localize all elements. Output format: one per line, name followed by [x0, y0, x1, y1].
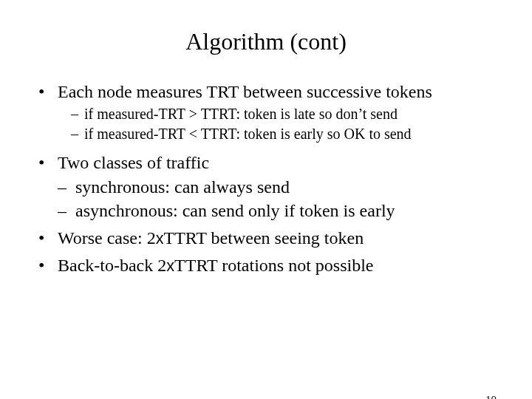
bullet-text: Two classes of traffic — [58, 153, 209, 172]
bullet-text-part: Worse case: 2 — [58, 228, 156, 248]
bullet-text-part: Back-to-back 2 — [58, 256, 166, 275]
sub-text: asynchronous: can send only if token is … — [75, 201, 395, 220]
bullet-item: Back-to-back 2xTTRT rotations not possib… — [38, 254, 502, 277]
page-number: 10 — [485, 394, 497, 399]
sub-text: if measured-TRT < TTRT: token is early s… — [84, 126, 412, 142]
bullet-text: Each node measures TRT between successiv… — [58, 82, 432, 101]
sub-text: synchronous: can always send — [75, 177, 290, 197]
multiply-x: x — [166, 256, 174, 275]
bullet-item: Two classes of traffic synchronous: can … — [38, 151, 502, 222]
sub-item: asynchronous: can send only if token is … — [58, 200, 502, 222]
bullet-text-part: TTRT between seeing token — [163, 228, 364, 248]
sub-text: if measured-TRT > TTRT: token is late so… — [84, 106, 398, 122]
slide-body: Each node measures TRT between successiv… — [38, 81, 502, 277]
sub-item: if measured-TRT > TTRT: token is late so… — [71, 105, 502, 124]
sub-item: if measured-TRT < TTRT: token is early s… — [71, 125, 502, 144]
sub-list: if measured-TRT > TTRT: token is late so… — [71, 105, 502, 144]
multiply-x: x — [156, 229, 164, 248]
slide: Algorithm (cont) Each node measures TRT … — [0, 28, 532, 399]
bullet-item: Each node measures TRT between successiv… — [38, 81, 502, 144]
bullet-text-part: TTRT rotations not possible — [174, 256, 373, 275]
slide-title: Algorithm (cont) — [0, 28, 532, 55]
sub-item: synchronous: can always send — [58, 176, 502, 199]
sub-list: synchronous: can always send asynchronou… — [58, 176, 502, 222]
bullet-list: Each node measures TRT between successiv… — [38, 81, 502, 277]
bullet-item: Worse case: 2xTTRT between seeing token — [38, 227, 502, 250]
